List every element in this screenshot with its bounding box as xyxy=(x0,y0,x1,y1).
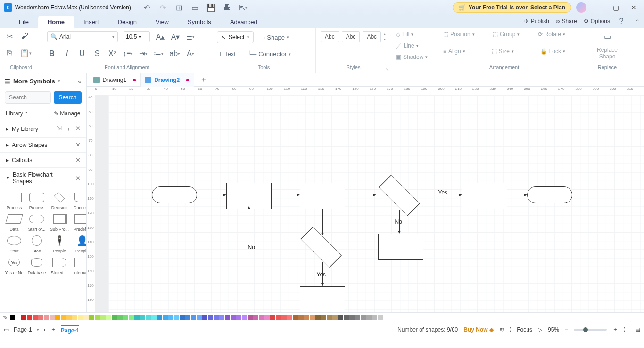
shape-start-circle[interactable]: Start xyxy=(25,234,48,254)
cat-callouts[interactable]: ▶Callouts✕ xyxy=(0,152,86,167)
color-swatch[interactable] xyxy=(225,315,230,320)
color-swatch[interactable] xyxy=(366,315,372,320)
rotate-button[interactable]: ⟳Rotate▾ xyxy=(538,31,565,38)
export-icon[interactable]: ⇱ ▾ xyxy=(239,2,248,13)
maximize-button[interactable]: ▢ xyxy=(609,4,622,11)
menu-design[interactable]: Design xyxy=(108,16,146,28)
color-swatch[interactable] xyxy=(16,315,21,320)
menu-symbols[interactable]: Symbols xyxy=(178,16,221,28)
color-swatch[interactable] xyxy=(253,315,258,320)
panel-icon[interactable]: ▤ xyxy=(635,326,640,333)
color-swatch[interactable] xyxy=(146,315,151,320)
color-swatch[interactable] xyxy=(293,315,298,320)
color-swatch[interactable] xyxy=(44,315,49,320)
paintbrush-icon[interactable]: 🖌 xyxy=(20,31,29,41)
color-swatch[interactable] xyxy=(248,315,253,320)
import-icon[interactable]: ⇲ xyxy=(57,125,62,133)
font-name-combo[interactable]: 🔍Arial▾ xyxy=(47,31,118,42)
color-swatch[interactable] xyxy=(276,315,281,320)
shape-data[interactable]: Data xyxy=(3,212,25,233)
color-swatch[interactable] xyxy=(129,315,134,320)
color-swatch[interactable] xyxy=(168,315,173,320)
decrease-font-icon[interactable]: A▾ xyxy=(171,32,180,42)
bullets-icon[interactable]: ≔▾ xyxy=(154,49,164,59)
connector-tool[interactable]: └─Connector▾ xyxy=(248,50,291,57)
color-swatch[interactable] xyxy=(219,315,224,320)
increase-font-icon[interactable]: A▴ xyxy=(156,32,165,42)
manage-button[interactable]: ✎Manage xyxy=(54,110,80,117)
align-button[interactable]: ≡Align▾ xyxy=(443,48,465,55)
buy-now-button[interactable]: Buy Now ◆ xyxy=(463,326,494,333)
focus-button[interactable]: ⛶ Focus xyxy=(510,326,532,333)
bold-icon[interactable]: B xyxy=(47,49,57,59)
group-button[interactable]: ⬚Group▾ xyxy=(493,31,520,38)
color-swatch[interactable] xyxy=(89,315,94,320)
color-swatch[interactable] xyxy=(10,315,15,320)
color-swatch[interactable] xyxy=(349,315,355,320)
zoom-out-icon[interactable]: − xyxy=(565,326,568,333)
help-icon[interactable]: ? xyxy=(617,16,626,26)
color-swatch[interactable] xyxy=(304,315,309,320)
color-swatch[interactable] xyxy=(259,315,264,320)
doctab-drawing1[interactable]: Drawing1 xyxy=(90,73,141,87)
color-swatch[interactable] xyxy=(117,315,123,320)
copy-icon[interactable]: ⎘ xyxy=(5,48,14,58)
color-swatch[interactable] xyxy=(78,315,83,320)
presentation-icon[interactable]: ▷ xyxy=(538,326,542,333)
indent-icon[interactable]: ⇥▾ xyxy=(139,49,148,59)
fit-page-icon[interactable]: ⛶ xyxy=(624,326,629,333)
shape-document[interactable]: Docum... xyxy=(71,190,86,211)
shape-predefined[interactable]: Predefi... xyxy=(71,212,86,233)
shape-yesno[interactable]: YesYes or No xyxy=(3,255,25,276)
color-swatch[interactable] xyxy=(33,315,38,320)
lock-button[interactable]: 🔒Lock▾ xyxy=(540,48,565,55)
line-button[interactable]: ／Line▾ xyxy=(396,42,433,50)
color-swatch[interactable] xyxy=(355,315,360,320)
position-button[interactable]: ⬚Position▾ xyxy=(443,31,475,38)
close-icon[interactable]: ✕ xyxy=(75,175,81,182)
color-swatch[interactable] xyxy=(112,315,117,320)
shape-tool[interactable]: ▭Shape▾ xyxy=(259,34,289,41)
cat-arrow-shapes[interactable]: ▶Arrow Shapes✕ xyxy=(0,137,86,152)
replace-shape-icon[interactable]: ▭ xyxy=(603,31,612,41)
node-terminator-end[interactable] xyxy=(527,186,572,203)
color-swatch[interactable] xyxy=(151,315,157,320)
shape-subprocess[interactable]: Sub Pro... xyxy=(48,212,71,233)
node-process-1[interactable] xyxy=(226,183,272,209)
pages-icon[interactable]: ▭ xyxy=(4,326,9,333)
trial-banner[interactable]: 🛒Your Free Trial is over. Select a Plan xyxy=(453,2,571,13)
close-icon[interactable]: ✕ xyxy=(75,125,81,133)
undo-icon[interactable]: ↶ xyxy=(142,2,152,13)
user-avatar[interactable] xyxy=(576,2,586,13)
open-icon[interactable]: ▭ xyxy=(190,2,200,13)
color-swatch[interactable] xyxy=(321,315,326,320)
shape-internal[interactable]: Internal... xyxy=(71,255,86,276)
color-swatch[interactable] xyxy=(344,315,349,320)
color-swatch[interactable] xyxy=(310,315,315,320)
linespace-icon[interactable]: ↕≡▾ xyxy=(123,49,133,59)
color-swatch[interactable] xyxy=(66,315,72,320)
search-input[interactable]: Search xyxy=(5,91,51,104)
shape-process[interactable]: Process xyxy=(3,190,25,211)
shape-people-stick[interactable]: 🕴People xyxy=(48,234,71,254)
fontcolor-icon[interactable]: A▾ xyxy=(186,49,195,59)
color-swatch[interactable] xyxy=(338,315,343,320)
color-swatch[interactable] xyxy=(83,315,89,320)
align-para-icon[interactable]: ≣▾ xyxy=(186,32,195,42)
paste-icon[interactable]: 📋▾ xyxy=(20,48,32,58)
color-swatch[interactable] xyxy=(72,315,77,320)
color-swatch[interactable] xyxy=(134,315,140,320)
superscript-icon[interactable]: X² xyxy=(107,49,117,59)
color-swatch[interactable] xyxy=(242,315,247,320)
page[interactable]: Yes No No Yes Activate Windows xyxy=(108,95,644,312)
close-icon[interactable]: ✕ xyxy=(75,141,81,148)
color-swatch[interactable] xyxy=(214,315,219,320)
shape-people-bust[interactable]: 👤People xyxy=(71,234,86,254)
menu-file[interactable]: File xyxy=(9,16,38,28)
eyedropper-icon[interactable]: ✎ xyxy=(3,315,8,321)
underline-icon[interactable]: U xyxy=(77,49,87,59)
color-swatch[interactable] xyxy=(38,315,43,320)
dialog-launcher-icon[interactable]: ↘ xyxy=(385,67,389,72)
color-swatch[interactable] xyxy=(27,315,32,320)
canvas[interactable]: Yes No No Yes Activate Windows xyxy=(95,95,644,312)
